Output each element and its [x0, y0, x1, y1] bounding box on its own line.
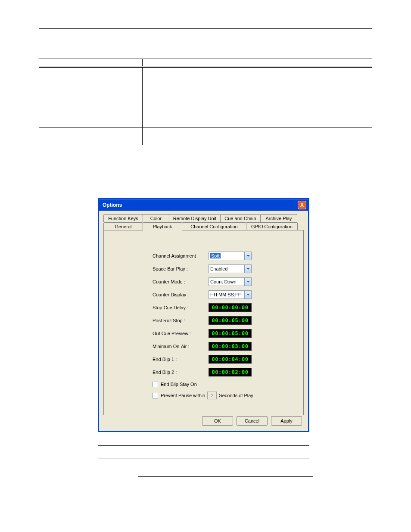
tab-remote-display-unit[interactable]: Remote Display Unit [169, 214, 221, 222]
tab-channel-configuration[interactable]: Channel Configuration [182, 222, 246, 230]
label-out-cue-preview: Out Cue Preview : [153, 331, 209, 336]
field-minimum-on-air: Minimum On-Air : 00:00:03:00 [153, 340, 303, 353]
label-counter-mode: Counter Mode : [153, 279, 209, 284]
timecode-out-cue-preview[interactable]: 00:00:05:00 [209, 329, 252, 338]
top-table [39, 59, 372, 145]
dialog-buttons: OK Cancel Apply [202, 416, 302, 426]
options-dialog: Options X Function Keys Color Remote Dis… [98, 198, 309, 432]
apply-button[interactable]: Apply [271, 416, 302, 426]
combo-value: Soft [210, 253, 221, 258]
combo-value: Enabled [210, 266, 227, 271]
td-r1c2 [95, 68, 143, 128]
label-stop-cue-delay: Stop Cue Delay : [153, 305, 209, 310]
label-prevent-pause-post: Seconds of Play [219, 393, 253, 398]
field-counter-display: Counter Display : HH:MM:SS:FF [153, 288, 303, 301]
checkbox-prevent-pause[interactable] [153, 393, 158, 398]
tab-playback[interactable]: Playback [143, 222, 182, 230]
label-prevent-pause-pre: Prevent Pause within [161, 393, 205, 398]
tab-cue-and-chain[interactable]: Cue and Chain [220, 214, 261, 222]
combo-space-bar-play[interactable]: Enabled [209, 264, 252, 273]
td-r2c1 [39, 128, 95, 145]
tab-panel-playback: Channel Assignment : Soft Space Bar Play… [103, 230, 304, 415]
label-end-blip-stay-on: End Blip Stay On [161, 382, 197, 387]
dialog-title: Options [103, 202, 122, 208]
label-end-blip-2: End Blip 2 : [153, 370, 209, 375]
timecode-end-blip-1[interactable]: 00:00:04:00 [209, 355, 252, 364]
combo-value: HH:MM:SS:FF [210, 292, 241, 297]
field-out-cue-preview: Out Cue Preview : 00:00:05:00 [153, 327, 303, 340]
th-col1 [39, 59, 95, 66]
field-channel-assignment: Channel Assignment : Soft [153, 249, 303, 262]
combo-channel-assignment[interactable]: Soft [209, 252, 252, 260]
page-hr-top [39, 28, 372, 29]
field-end-blip-stay-on: End Blip Stay On [153, 379, 303, 390]
cancel-button[interactable]: Cancel [237, 416, 268, 426]
chevron-down-icon [244, 265, 251, 273]
tabs-area: Function Keys Color Remote Display Unit … [99, 211, 308, 415]
field-end-blip-2: End Blip 2 : 00:00:02:00 [153, 366, 303, 379]
field-post-roll-stop: Post Roll Stop : 00:00:05:00 [153, 314, 303, 327]
timecode-minimum-on-air[interactable]: 00:00:03:00 [209, 342, 252, 351]
tab-color[interactable]: Color [143, 214, 169, 222]
close-button[interactable]: X [298, 201, 306, 209]
label-minimum-on-air: Minimum On-Air : [153, 344, 209, 349]
label-counter-display: Counter Display : [153, 292, 209, 297]
field-end-blip-1: End Blip 1 : 00:00:04:00 [153, 353, 303, 366]
th-col3 [143, 59, 372, 66]
ok-button[interactable]: OK [202, 416, 233, 426]
timecode-end-blip-2[interactable]: 00:00:02:00 [209, 368, 252, 376]
label-post-roll-stop: Post Roll Stop : [153, 318, 209, 323]
desc-hr-2b [98, 458, 309, 458]
tab-general[interactable]: General [103, 222, 143, 230]
close-icon: X [300, 202, 304, 208]
checkbox-end-blip-stay-on[interactable] [153, 382, 158, 387]
td-r2c2 [95, 128, 143, 145]
timecode-post-roll-stop[interactable]: 00:00:05:00 [209, 316, 252, 325]
field-counter-mode: Counter Mode : Count Down [153, 275, 303, 288]
titlebar: Options X [99, 199, 308, 211]
label-channel-assignment: Channel Assignment : [153, 253, 209, 258]
td-r2c3 [143, 128, 372, 145]
label-end-blip-1: End Blip 1 : [153, 357, 209, 362]
input-prevent-pause-seconds[interactable] [207, 392, 217, 399]
desc-hr-1 [98, 445, 309, 446]
field-prevent-pause: Prevent Pause within Seconds of Play [153, 390, 303, 401]
combo-value: Count Down [210, 279, 237, 284]
chevron-down-icon [244, 252, 251, 260]
field-stop-cue-delay: Stop Cue Delay : 00:00:00:00 [153, 301, 303, 314]
desc-hr-3 [138, 476, 313, 477]
combo-counter-display[interactable]: HH:MM:SS:FF [209, 290, 252, 299]
th-col2 [95, 59, 143, 66]
field-space-bar-play: Space Bar Play : Enabled [153, 262, 303, 275]
combo-counter-mode[interactable]: Count Down [209, 277, 252, 286]
tab-function-keys[interactable]: Function Keys [103, 214, 143, 222]
tabs-row-2: General Playback Channel Configuration G… [103, 222, 304, 230]
tabs-row-1: Function Keys Color Remote Display Unit … [103, 214, 304, 222]
desc-hr-2 [98, 456, 309, 456]
tab-archive-play[interactable]: Archive Play [260, 214, 297, 222]
chevron-down-icon [244, 278, 251, 286]
label-space-bar-play: Space Bar Play : [153, 266, 209, 271]
chevron-down-icon [244, 291, 251, 299]
timecode-stop-cue-delay[interactable]: 00:00:00:00 [209, 303, 252, 312]
td-r1c3 [143, 68, 372, 128]
tab-gpio-configuration[interactable]: GPIO Configuration [246, 222, 298, 230]
td-r1c1 [39, 68, 95, 128]
